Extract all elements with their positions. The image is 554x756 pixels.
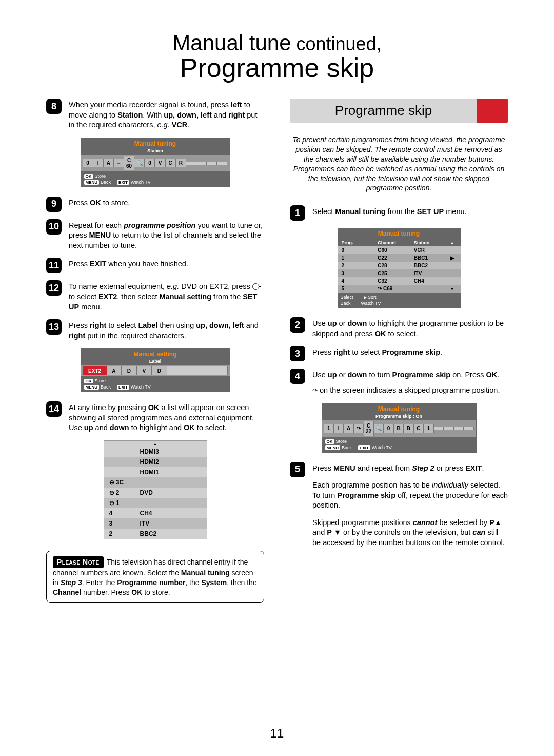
osd-cell: I (93, 159, 104, 167)
menu-tag (325, 445, 341, 450)
osd-footer: Select Sort Back Watch TV (338, 293, 461, 308)
step-badge: 14 (46, 401, 62, 417)
osd-cells: 0IA→C 60🔍0VCR (81, 155, 230, 171)
osd-cell: 1 (324, 424, 334, 433)
step-badge: 4 (290, 369, 305, 384)
osd-cell: B (404, 424, 413, 433)
step-1: 1 Select Manual tuning from the SET UP m… (290, 205, 508, 221)
step-3: 3 Press right to select Programme skip. (290, 346, 508, 361)
osd-cell: R (176, 159, 186, 167)
section-header: Programme skip (290, 99, 508, 123)
osd-programme-skip: Manual tuning Programme skip : On 1IA↷C … (322, 403, 477, 453)
osd-title: Manual tuning (338, 228, 461, 239)
osd-cell: I (334, 424, 344, 433)
left-column: 8 When your media recorder signal is fou… (46, 99, 264, 603)
osd-cell: C (414, 424, 424, 433)
osd-cell: V (155, 159, 165, 167)
step-badge: 13 (46, 319, 62, 335)
table-row: 2C28BBC2 (338, 262, 461, 269)
intro-text: To prevent certain programmes from being… (290, 135, 508, 193)
ok-tag (325, 439, 334, 444)
osd-cell (207, 162, 217, 165)
ext-icon (252, 283, 259, 290)
exit-tag (358, 445, 370, 450)
step-badge: 1 (290, 205, 305, 221)
step-text: When your media recorder signal is found… (69, 99, 264, 130)
title-sub: continued, (296, 33, 382, 54)
list-item: HDMI1 (104, 467, 207, 477)
osd-cell: → (114, 159, 124, 167)
channel-table: Manual tuning Prog. Channel Station 0C60… (338, 228, 461, 308)
osd-title: Manual setting (81, 348, 230, 359)
osd-cell (167, 366, 183, 375)
table-row: 4C32CH4 (338, 277, 461, 285)
step-text: Select Manual tuning from the SET UP men… (312, 205, 467, 221)
osd-cell (186, 162, 196, 165)
scroll-down-icon (450, 286, 454, 292)
table-row: 5↷ C69 (338, 285, 461, 293)
step-badge: 10 (46, 219, 62, 235)
ok-tag (84, 174, 93, 179)
step-badge: 8 (46, 99, 62, 114)
ext-label: EXT2 (83, 366, 107, 375)
osd-cell: C (166, 159, 176, 167)
step-10: 10 Repeat for each programme position yo… (46, 219, 264, 251)
step-text: Press OK to store. (69, 197, 130, 212)
step-9: 9 Press OK to store. (46, 197, 264, 212)
step-13: 13 Press right to select Label then usin… (46, 319, 264, 341)
step-text: Press right to select Programme skip. (312, 346, 442, 361)
list-item: 3ITV (104, 518, 207, 529)
osd-cell: C 60 (124, 156, 134, 170)
right-arrow-icon (364, 295, 367, 300)
step-11: 11 Press EXIT when you have finished. (46, 258, 264, 273)
step-badge: 12 (46, 280, 62, 296)
list-item: 4CH4 (104, 508, 207, 518)
menu-tag (84, 385, 100, 390)
osd-cell: 0 (145, 159, 155, 167)
table-header: Prog. Channel Station (338, 239, 461, 246)
step-text: Press EXIT when you have finished. (69, 258, 188, 273)
step-badge: 9 (46, 197, 62, 212)
list-item: ⊖ 1 (104, 498, 207, 508)
osd-cell (196, 162, 207, 165)
page-title: Manual tune continued, Programme skip (46, 31, 508, 83)
osd-cell: B (394, 424, 404, 433)
step-text: At any time by pressing OK a list will a… (69, 401, 264, 433)
osd-subtitle: Station (81, 148, 230, 155)
osd-title: Manual tuning (322, 403, 476, 414)
osd-subtitle: Programme skip : On (322, 414, 476, 420)
scroll-up-icon (104, 441, 207, 447)
step-text: Repeat for each programme position you w… (69, 219, 264, 251)
section-accent (477, 99, 508, 123)
step-text: Press right to select Label then using u… (69, 319, 264, 341)
osd-manual-setting-label: Manual setting Label EXT2 ADVD Store Bac… (81, 348, 230, 392)
osd-cells: EXT2 ADVD (81, 365, 230, 376)
list-item: ⊖ 2DVD (104, 488, 207, 498)
osd-cell (434, 427, 444, 430)
step-8: 8 When your media recorder signal is fou… (46, 99, 264, 130)
osd-cell: ↷ (354, 424, 364, 433)
step-text: Use up or down to turn Programme skip on… (312, 369, 500, 395)
step-14: 14 At any time by pressing OK a list wil… (46, 401, 264, 433)
inputs-list: HDMI3HDMI2HDMI1⊖ 3C⊖ 2DVD⊖ 14CH43ITV2BBC… (104, 440, 207, 539)
osd-cell (464, 427, 473, 430)
menu-tag (84, 180, 100, 185)
step-badge: 3 (290, 346, 305, 361)
osd-cell: 0 (83, 159, 93, 167)
list-item: ⊖ 3C (104, 477, 207, 488)
osd-cell (182, 366, 197, 375)
osd-cell: V (137, 366, 152, 375)
osd-subtitle: Label (81, 359, 230, 365)
title-line2: Programme skip (46, 52, 508, 83)
osd-cell: 🔍 (374, 424, 384, 433)
exit-tag (117, 180, 129, 185)
step-text: Use up or down to highlight the programm… (312, 317, 508, 339)
please-note-label: Please Note (53, 556, 104, 568)
exit-tag (117, 385, 129, 390)
osd-cell (454, 427, 464, 430)
list-item: 2BBC2 (104, 529, 207, 539)
table-row: 3C25ITV (338, 269, 461, 277)
osd-footer: Store Back Watch TV (81, 376, 230, 392)
osd-cell: A (344, 424, 353, 433)
osd-cell: C 22 (364, 421, 373, 436)
